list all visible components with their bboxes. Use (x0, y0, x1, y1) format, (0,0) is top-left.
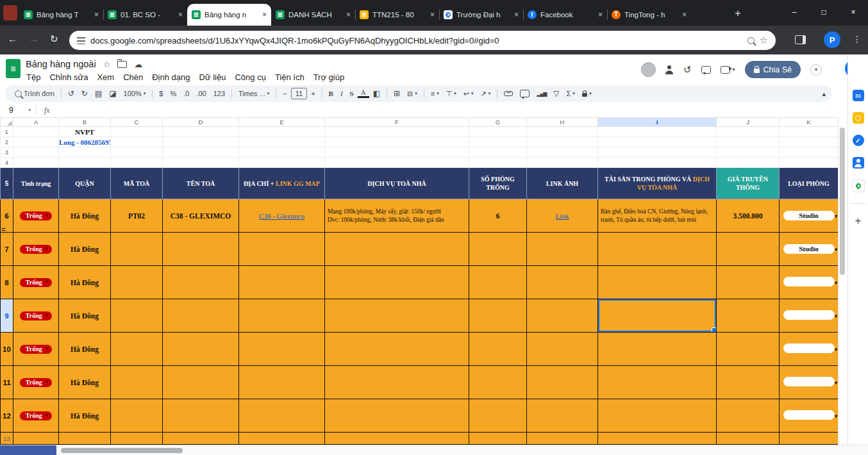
meet-button[interactable]: ▾ (721, 66, 735, 74)
column-header[interactable]: A (13, 118, 59, 127)
tab-close-icon[interactable]: × (682, 10, 687, 19)
cell[interactable] (111, 147, 163, 158)
cell-room-type[interactable]: ▾ (780, 333, 839, 366)
share-button[interactable]: Chia Sẻ (745, 61, 801, 78)
header-district[interactable]: QUẬN (59, 168, 111, 199)
cell[interactable] (325, 158, 469, 168)
cell[interactable] (717, 158, 780, 168)
decrease-font-size-button[interactable]: − (280, 90, 290, 97)
format-percent-button[interactable]: % (167, 90, 179, 97)
cell-address[interactable] (239, 266, 325, 299)
print-button[interactable]: ▤ (92, 89, 105, 98)
cell-vacant[interactable]: 6 (469, 199, 527, 233)
cell-district[interactable]: Hà Đông (59, 199, 111, 233)
browser-tab[interactable]: ≣ Bảng hàng T × (19, 4, 103, 26)
strikethrough-button[interactable]: S (347, 90, 357, 97)
cell[interactable] (59, 433, 111, 445)
zoom-icon[interactable] (747, 37, 755, 44)
status-dropdown[interactable]: Trống▾ (20, 411, 52, 420)
text-color-button[interactable]: A (358, 89, 369, 98)
header-vacant[interactable]: SỐ PHÒNG TRỐNG (469, 168, 527, 199)
document-title[interactable]: Bảng hàng ngoài (26, 59, 96, 69)
hide-toolbar-button[interactable]: ▴ (822, 90, 826, 98)
cell[interactable] (780, 147, 839, 158)
cell-image-link[interactable] (527, 333, 598, 366)
italic-button[interactable]: I (337, 90, 346, 97)
tab-close-icon[interactable]: × (346, 10, 351, 19)
increase-decimal-button[interactable]: .00 (193, 90, 209, 97)
cell-vacant[interactable] (469, 333, 527, 366)
maps-icon[interactable] (852, 179, 865, 192)
menu-edit[interactable]: Chỉnh sửa (45, 71, 92, 83)
cell[interactable] (780, 127, 839, 137)
cell-assets[interactable] (598, 366, 717, 399)
cell[interactable] (527, 127, 598, 137)
cell[interactable] (325, 147, 469, 158)
cell[interactable] (717, 127, 780, 137)
browser-tab[interactable]: ≣ 01. BC SO - × (103, 4, 187, 26)
browser-tab[interactable]: T TingTong - h × (607, 4, 691, 26)
cell[interactable] (780, 158, 839, 168)
cell-room-type[interactable]: ▾ (780, 399, 839, 433)
cell-district[interactable]: Hà Đông (59, 399, 111, 433)
header-image[interactable]: LINK ẢNH (527, 168, 598, 199)
insert-comment-button[interactable] (517, 90, 533, 97)
column-header[interactable]: D (163, 118, 239, 127)
status-dropdown[interactable]: Trống▾ (20, 278, 52, 287)
cell-vacant[interactable] (469, 366, 527, 399)
cell-status[interactable]: Trống▾ (13, 233, 59, 266)
tab-close-icon[interactable]: × (514, 10, 519, 19)
cell[interactable] (239, 147, 325, 158)
menu-view[interactable]: Xem (92, 71, 119, 83)
cell-address[interactable] (239, 399, 325, 433)
cell-room-type[interactable]: Studio▾ (780, 233, 839, 266)
room-type-dropdown[interactable] (783, 310, 835, 320)
cell-status[interactable]: Trống▾ (13, 299, 59, 333)
cell-district[interactable]: Hà Đông (59, 266, 111, 299)
url-text[interactable]: docs.google.com/spreadsheets/d/1U6JxYYqw… (90, 36, 742, 46)
contacts-icon[interactable] (853, 157, 864, 169)
column-header[interactable]: K (780, 118, 839, 127)
column-header[interactable]: F (325, 118, 469, 127)
reload-icon[interactable]: ↻ (50, 33, 58, 45)
font-select[interactable]: Times ...▾ (235, 90, 272, 97)
cell[interactable] (111, 137, 163, 147)
header-price[interactable]: GIÁ TRUYỀN THÔNG (717, 168, 780, 199)
cell[interactable] (239, 158, 325, 168)
cell-room-type[interactable]: ▾ (780, 299, 839, 333)
row-header[interactable]: 5 (1, 168, 13, 199)
cell[interactable] (13, 127, 59, 137)
menu-extensions[interactable]: Tiện ích (271, 71, 309, 83)
cell-image-link[interactable] (527, 299, 598, 333)
cell-services[interactable] (325, 366, 469, 399)
sheet-tab-partial[interactable] (0, 445, 56, 455)
browser-tab-active[interactable]: ≣ Bảng hàng n × (187, 4, 271, 26)
cell-price[interactable] (717, 333, 780, 366)
menu-help[interactable]: Trợ giúp (309, 71, 349, 83)
menu-tools[interactable]: Công cụ (230, 71, 270, 83)
cell-code[interactable] (111, 333, 163, 366)
column-header[interactable]: H (527, 118, 598, 127)
cell-building[interactable] (163, 366, 239, 399)
undo-button[interactable]: ↺ (65, 89, 78, 98)
cell-room-type[interactable]: Studio▾ (780, 199, 839, 233)
bold-button[interactable]: B (326, 90, 337, 97)
cell[interactable] (325, 137, 469, 147)
header-address[interactable]: ĐỊA CHỈ + LINK GG MAP (239, 168, 325, 199)
cell[interactable] (469, 127, 527, 137)
row-header[interactable]: 7 (1, 233, 13, 266)
cell-code[interactable]: PT02 (111, 199, 163, 233)
create-filter-button[interactable]: ▽ (550, 89, 562, 98)
keep-icon[interactable] (853, 112, 864, 124)
functions-button[interactable]: Σ▾ (563, 90, 578, 97)
cell-assets[interactable] (598, 399, 717, 433)
cell[interactable] (598, 137, 717, 147)
cell[interactable] (111, 127, 163, 137)
cell-image-link[interactable] (527, 366, 598, 399)
cell-district[interactable]: Hà Đông (59, 333, 111, 366)
cell[interactable] (469, 147, 527, 158)
browser-tab[interactable]: Trường Đại h × (439, 4, 523, 26)
tab-close-icon[interactable]: × (262, 10, 267, 19)
cell-address[interactable] (239, 299, 325, 333)
header-code[interactable]: MÃ TOÀ (111, 168, 163, 199)
